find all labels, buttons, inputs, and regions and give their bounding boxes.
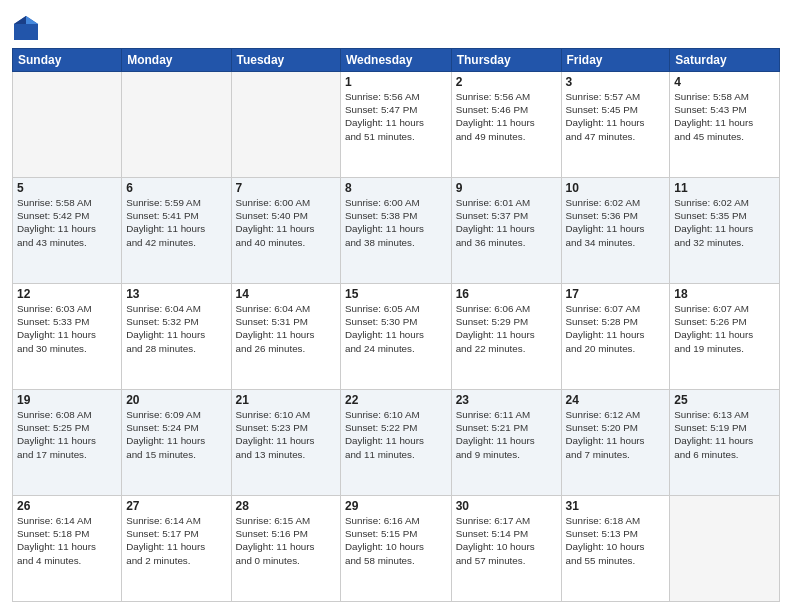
calendar-cell: 15Sunrise: 6:05 AM Sunset: 5:30 PM Dayli… [340, 284, 451, 390]
weekday-header-friday: Friday [561, 49, 670, 72]
calendar-cell: 27Sunrise: 6:14 AM Sunset: 5:17 PM Dayli… [122, 496, 231, 602]
svg-marker-1 [26, 16, 38, 24]
day-number: 23 [456, 393, 557, 407]
calendar-cell: 1Sunrise: 5:56 AM Sunset: 5:47 PM Daylig… [340, 72, 451, 178]
calendar-cell: 31Sunrise: 6:18 AM Sunset: 5:13 PM Dayli… [561, 496, 670, 602]
weekday-header-tuesday: Tuesday [231, 49, 340, 72]
day-info: Sunrise: 6:08 AM Sunset: 5:25 PM Dayligh… [17, 408, 117, 461]
day-number: 26 [17, 499, 117, 513]
day-info: Sunrise: 6:00 AM Sunset: 5:40 PM Dayligh… [236, 196, 336, 249]
day-info: Sunrise: 6:13 AM Sunset: 5:19 PM Dayligh… [674, 408, 775, 461]
day-number: 7 [236, 181, 336, 195]
day-info: Sunrise: 6:17 AM Sunset: 5:14 PM Dayligh… [456, 514, 557, 567]
calendar-cell: 5Sunrise: 5:58 AM Sunset: 5:42 PM Daylig… [13, 178, 122, 284]
day-number: 10 [566, 181, 666, 195]
day-number: 17 [566, 287, 666, 301]
calendar-cell [231, 72, 340, 178]
calendar-week-row: 12Sunrise: 6:03 AM Sunset: 5:33 PM Dayli… [13, 284, 780, 390]
calendar-cell: 2Sunrise: 5:56 AM Sunset: 5:46 PM Daylig… [451, 72, 561, 178]
day-number: 16 [456, 287, 557, 301]
day-info: Sunrise: 6:18 AM Sunset: 5:13 PM Dayligh… [566, 514, 666, 567]
day-number: 20 [126, 393, 226, 407]
day-number: 13 [126, 287, 226, 301]
day-number: 29 [345, 499, 447, 513]
weekday-header-thursday: Thursday [451, 49, 561, 72]
calendar-cell: 25Sunrise: 6:13 AM Sunset: 5:19 PM Dayli… [670, 390, 780, 496]
day-number: 27 [126, 499, 226, 513]
day-info: Sunrise: 6:11 AM Sunset: 5:21 PM Dayligh… [456, 408, 557, 461]
weekday-header-wednesday: Wednesday [340, 49, 451, 72]
calendar-cell: 19Sunrise: 6:08 AM Sunset: 5:25 PM Dayli… [13, 390, 122, 496]
calendar-week-row: 5Sunrise: 5:58 AM Sunset: 5:42 PM Daylig… [13, 178, 780, 284]
day-number: 30 [456, 499, 557, 513]
calendar-cell: 6Sunrise: 5:59 AM Sunset: 5:41 PM Daylig… [122, 178, 231, 284]
calendar-cell: 10Sunrise: 6:02 AM Sunset: 5:36 PM Dayli… [561, 178, 670, 284]
day-info: Sunrise: 6:02 AM Sunset: 5:35 PM Dayligh… [674, 196, 775, 249]
day-info: Sunrise: 6:07 AM Sunset: 5:26 PM Dayligh… [674, 302, 775, 355]
calendar-cell: 22Sunrise: 6:10 AM Sunset: 5:22 PM Dayli… [340, 390, 451, 496]
calendar-cell [13, 72, 122, 178]
weekday-header-sunday: Sunday [13, 49, 122, 72]
day-info: Sunrise: 6:16 AM Sunset: 5:15 PM Dayligh… [345, 514, 447, 567]
day-info: Sunrise: 6:12 AM Sunset: 5:20 PM Dayligh… [566, 408, 666, 461]
calendar-cell [670, 496, 780, 602]
calendar-cell: 20Sunrise: 6:09 AM Sunset: 5:24 PM Dayli… [122, 390, 231, 496]
day-info: Sunrise: 5:59 AM Sunset: 5:41 PM Dayligh… [126, 196, 226, 249]
day-info: Sunrise: 6:06 AM Sunset: 5:29 PM Dayligh… [456, 302, 557, 355]
day-info: Sunrise: 6:04 AM Sunset: 5:32 PM Dayligh… [126, 302, 226, 355]
calendar-cell: 11Sunrise: 6:02 AM Sunset: 5:35 PM Dayli… [670, 178, 780, 284]
calendar-cell: 4Sunrise: 5:58 AM Sunset: 5:43 PM Daylig… [670, 72, 780, 178]
day-number: 28 [236, 499, 336, 513]
calendar-week-row: 1Sunrise: 5:56 AM Sunset: 5:47 PM Daylig… [13, 72, 780, 178]
day-info: Sunrise: 6:04 AM Sunset: 5:31 PM Dayligh… [236, 302, 336, 355]
calendar-cell: 18Sunrise: 6:07 AM Sunset: 5:26 PM Dayli… [670, 284, 780, 390]
day-info: Sunrise: 5:58 AM Sunset: 5:43 PM Dayligh… [674, 90, 775, 143]
calendar-cell: 30Sunrise: 6:17 AM Sunset: 5:14 PM Dayli… [451, 496, 561, 602]
calendar-cell: 9Sunrise: 6:01 AM Sunset: 5:37 PM Daylig… [451, 178, 561, 284]
day-number: 8 [345, 181, 447, 195]
logo [12, 14, 43, 42]
calendar-cell: 26Sunrise: 6:14 AM Sunset: 5:18 PM Dayli… [13, 496, 122, 602]
day-number: 24 [566, 393, 666, 407]
calendar-cell: 24Sunrise: 6:12 AM Sunset: 5:20 PM Dayli… [561, 390, 670, 496]
day-number: 4 [674, 75, 775, 89]
day-number: 9 [456, 181, 557, 195]
logo-icon [12, 14, 40, 42]
day-number: 15 [345, 287, 447, 301]
day-number: 31 [566, 499, 666, 513]
day-info: Sunrise: 6:14 AM Sunset: 5:17 PM Dayligh… [126, 514, 226, 567]
weekday-header-monday: Monday [122, 49, 231, 72]
day-info: Sunrise: 6:02 AM Sunset: 5:36 PM Dayligh… [566, 196, 666, 249]
calendar-cell: 12Sunrise: 6:03 AM Sunset: 5:33 PM Dayli… [13, 284, 122, 390]
day-info: Sunrise: 6:03 AM Sunset: 5:33 PM Dayligh… [17, 302, 117, 355]
day-number: 2 [456, 75, 557, 89]
calendar-cell: 23Sunrise: 6:11 AM Sunset: 5:21 PM Dayli… [451, 390, 561, 496]
day-number: 25 [674, 393, 775, 407]
day-info: Sunrise: 5:57 AM Sunset: 5:45 PM Dayligh… [566, 90, 666, 143]
day-info: Sunrise: 6:05 AM Sunset: 5:30 PM Dayligh… [345, 302, 447, 355]
calendar-cell: 14Sunrise: 6:04 AM Sunset: 5:31 PM Dayli… [231, 284, 340, 390]
day-info: Sunrise: 6:09 AM Sunset: 5:24 PM Dayligh… [126, 408, 226, 461]
day-info: Sunrise: 6:14 AM Sunset: 5:18 PM Dayligh… [17, 514, 117, 567]
calendar-cell: 8Sunrise: 6:00 AM Sunset: 5:38 PM Daylig… [340, 178, 451, 284]
day-info: Sunrise: 5:56 AM Sunset: 5:47 PM Dayligh… [345, 90, 447, 143]
day-info: Sunrise: 6:10 AM Sunset: 5:22 PM Dayligh… [345, 408, 447, 461]
day-info: Sunrise: 5:56 AM Sunset: 5:46 PM Dayligh… [456, 90, 557, 143]
day-number: 1 [345, 75, 447, 89]
header [12, 10, 780, 42]
day-info: Sunrise: 6:01 AM Sunset: 5:37 PM Dayligh… [456, 196, 557, 249]
calendar-cell: 16Sunrise: 6:06 AM Sunset: 5:29 PM Dayli… [451, 284, 561, 390]
weekday-header-row: SundayMondayTuesdayWednesdayThursdayFrid… [13, 49, 780, 72]
calendar-cell: 21Sunrise: 6:10 AM Sunset: 5:23 PM Dayli… [231, 390, 340, 496]
calendar-cell: 13Sunrise: 6:04 AM Sunset: 5:32 PM Dayli… [122, 284, 231, 390]
day-number: 12 [17, 287, 117, 301]
calendar-cell: 29Sunrise: 6:16 AM Sunset: 5:15 PM Dayli… [340, 496, 451, 602]
calendar-cell [122, 72, 231, 178]
day-info: Sunrise: 6:10 AM Sunset: 5:23 PM Dayligh… [236, 408, 336, 461]
day-number: 22 [345, 393, 447, 407]
calendar-week-row: 19Sunrise: 6:08 AM Sunset: 5:25 PM Dayli… [13, 390, 780, 496]
page: SundayMondayTuesdayWednesdayThursdayFrid… [0, 0, 792, 612]
calendar-cell: 3Sunrise: 5:57 AM Sunset: 5:45 PM Daylig… [561, 72, 670, 178]
day-info: Sunrise: 6:07 AM Sunset: 5:28 PM Dayligh… [566, 302, 666, 355]
day-number: 18 [674, 287, 775, 301]
